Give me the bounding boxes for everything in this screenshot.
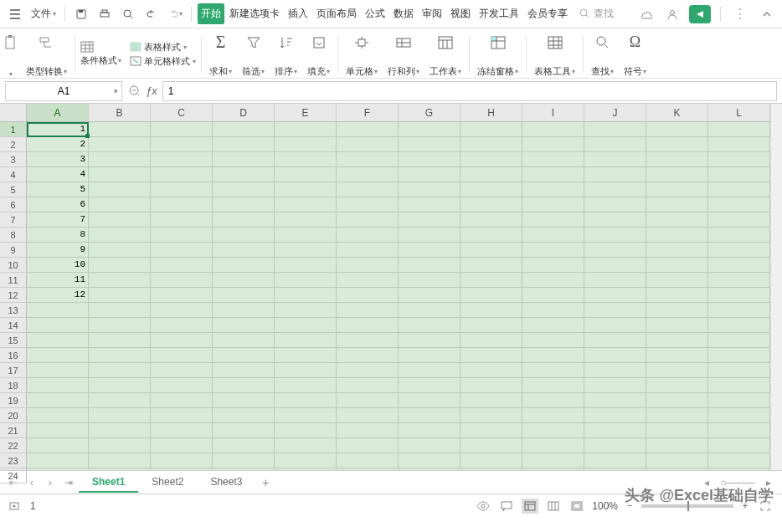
cell[interactable] [337, 152, 399, 167]
row-header[interactable]: 2 [0, 137, 27, 152]
cell[interactable] [646, 423, 708, 438]
cell[interactable] [89, 423, 151, 438]
cell[interactable] [584, 363, 646, 378]
cell[interactable] [708, 258, 770, 273]
menu-tab-1[interactable]: 新建选项卡 [226, 3, 283, 24]
cell[interactable] [337, 258, 399, 273]
cell[interactable] [213, 318, 275, 333]
cond-format-button[interactable] [80, 41, 121, 53]
cell[interactable]: 8 [27, 228, 89, 243]
row-header[interactable]: 5 [0, 182, 27, 197]
cell[interactable] [213, 152, 275, 167]
name-box-input[interactable] [6, 85, 121, 97]
cell[interactable] [213, 303, 275, 318]
cell[interactable] [399, 273, 460, 288]
cell[interactable] [399, 438, 460, 453]
cell[interactable] [708, 453, 770, 468]
row-col-button[interactable]: 行和列▾ [385, 31, 422, 78]
cell[interactable] [337, 393, 399, 408]
cell[interactable] [584, 423, 646, 438]
cell[interactable] [522, 423, 584, 438]
col-header[interactable]: K [646, 104, 708, 122]
cell[interactable] [584, 182, 646, 197]
cell[interactable] [275, 197, 337, 212]
cell[interactable] [460, 333, 522, 348]
cell[interactable] [399, 288, 460, 303]
freeze-panes-button[interactable]: 冻结窗格▾ [475, 31, 521, 78]
menu-tab-7[interactable]: 视图 [447, 3, 474, 24]
cell[interactable] [213, 243, 275, 258]
cloud-sync-icon[interactable] [635, 4, 656, 24]
cell[interactable] [151, 408, 213, 423]
cell[interactable] [89, 348, 151, 363]
cell[interactable] [89, 197, 151, 212]
cell[interactable] [460, 228, 522, 243]
cell[interactable] [213, 258, 275, 273]
cell[interactable] [275, 152, 337, 167]
col-header[interactable]: F [337, 104, 399, 122]
cell[interactable] [522, 468, 584, 470]
col-header[interactable]: G [399, 104, 460, 122]
row-header[interactable]: 21 [0, 423, 27, 438]
row-header[interactable]: 16 [0, 348, 27, 363]
cell[interactable] [399, 182, 460, 197]
cell[interactable] [337, 197, 399, 212]
col-header[interactable]: D [213, 104, 275, 122]
cell[interactable] [337, 438, 399, 453]
cell[interactable] [151, 288, 213, 303]
cell[interactable] [213, 122, 275, 137]
cell[interactable] [399, 243, 460, 258]
cell[interactable] [460, 152, 522, 167]
cell[interactable] [708, 333, 770, 348]
cell[interactable] [646, 243, 708, 258]
cell[interactable] [522, 348, 584, 363]
eye-icon[interactable] [475, 499, 491, 514]
cell[interactable] [708, 228, 770, 243]
sheet-tab[interactable]: Sheet1 [79, 473, 138, 493]
file-menu[interactable]: 文件 ▾ [28, 4, 59, 24]
row-header[interactable]: 22 [0, 438, 27, 453]
cell[interactable] [213, 438, 275, 453]
cell[interactable] [89, 333, 151, 348]
cell[interactable] [460, 363, 522, 378]
cell[interactable] [151, 197, 213, 212]
cell[interactable] [399, 303, 460, 318]
cell[interactable]: 4 [27, 167, 89, 182]
cell[interactable] [522, 408, 584, 423]
page-break-view-button[interactable] [568, 499, 585, 514]
row-header[interactable]: 10 [0, 258, 27, 273]
cell[interactable] [399, 378, 460, 393]
menu-tab-2[interactable]: 插入 [285, 3, 311, 24]
cell[interactable] [460, 122, 522, 137]
cell[interactable] [646, 348, 708, 363]
cell[interactable] [151, 378, 213, 393]
row-header[interactable]: 9 [0, 243, 27, 258]
preview-button[interactable] [118, 4, 138, 24]
cell[interactable] [275, 243, 337, 258]
cell[interactable] [646, 167, 708, 182]
cell[interactable] [460, 137, 522, 152]
cell[interactable] [89, 378, 151, 393]
cell[interactable] [708, 303, 770, 318]
cell[interactable] [584, 438, 646, 453]
cell[interactable] [646, 333, 708, 348]
cell[interactable] [399, 348, 460, 363]
cell[interactable] [213, 212, 275, 228]
zoom-value[interactable]: 100% [592, 500, 618, 512]
cell[interactable] [522, 228, 584, 243]
cell[interactable] [27, 378, 89, 393]
cell[interactable] [151, 152, 213, 167]
cell[interactable] [584, 393, 646, 408]
cell[interactable] [399, 408, 460, 423]
menu-tab-4[interactable]: 公式 [362, 3, 388, 24]
col-header[interactable]: C [151, 104, 213, 122]
cell[interactable] [522, 363, 584, 378]
cell[interactable] [151, 333, 213, 348]
cell[interactable] [522, 303, 584, 318]
cell[interactable]: 7 [27, 212, 89, 228]
cell[interactable] [460, 258, 522, 273]
cell[interactable] [399, 423, 460, 438]
cell[interactable] [27, 318, 89, 333]
cell[interactable] [27, 453, 89, 468]
row-header[interactable]: 11 [0, 273, 27, 288]
